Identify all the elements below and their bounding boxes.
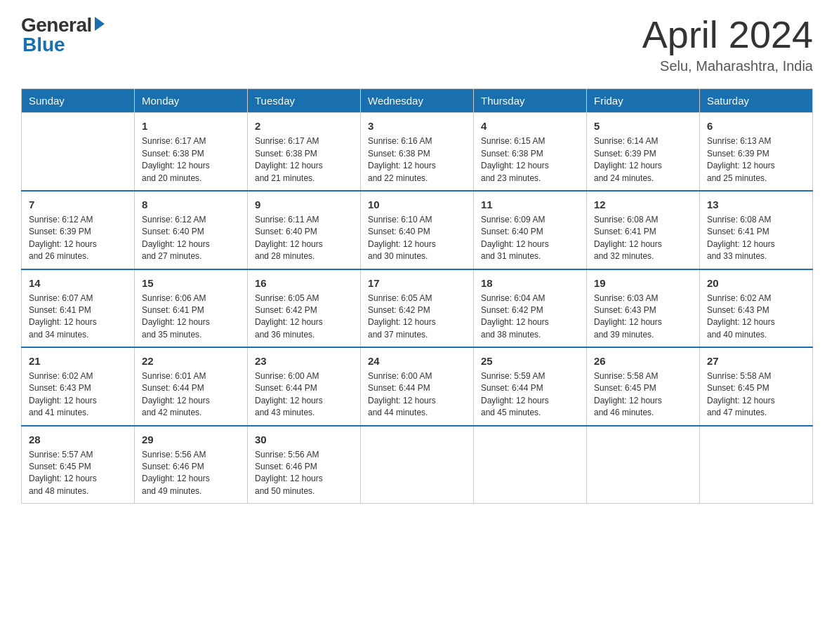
day-number: 29 [142, 432, 240, 447]
calendar-day-header: Tuesday [248, 89, 361, 113]
day-number: 25 [481, 354, 579, 368]
calendar-day-cell: 15Sunrise: 6:06 AM Sunset: 6:41 PM Dayli… [135, 269, 248, 348]
day-info: Sunrise: 6:17 AM Sunset: 6:38 PM Dayligh… [255, 135, 353, 185]
day-info: Sunrise: 5:58 AM Sunset: 6:45 PM Dayligh… [707, 370, 805, 420]
day-info: Sunrise: 6:08 AM Sunset: 6:41 PM Dayligh… [707, 214, 805, 263]
calendar-day-cell: 18Sunrise: 6:04 AM Sunset: 6:42 PM Dayli… [474, 269, 587, 348]
day-info: Sunrise: 6:06 AM Sunset: 6:41 PM Dayligh… [142, 293, 240, 342]
calendar-week-row: 28Sunrise: 5:57 AM Sunset: 6:45 PM Dayli… [22, 426, 813, 504]
day-number: 8 [142, 197, 240, 212]
title-section: April 2024 Selu, Maharashtra, India [642, 14, 813, 74]
day-info: Sunrise: 6:16 AM Sunset: 6:38 PM Dayligh… [368, 135, 466, 185]
day-number: 28 [29, 432, 127, 447]
day-number: 5 [594, 119, 692, 133]
day-info: Sunrise: 6:00 AM Sunset: 6:44 PM Dayligh… [368, 370, 466, 420]
day-number: 12 [594, 197, 692, 212]
calendar-day-cell: 2Sunrise: 6:17 AM Sunset: 6:38 PM Daylig… [248, 113, 361, 191]
calendar-day-cell: 11Sunrise: 6:09 AM Sunset: 6:40 PM Dayli… [474, 191, 587, 269]
calendar-day-cell: 10Sunrise: 6:10 AM Sunset: 6:40 PM Dayli… [361, 191, 474, 269]
day-number: 16 [255, 276, 353, 290]
day-number: 14 [29, 276, 127, 290]
calendar-day-cell: 4Sunrise: 6:15 AM Sunset: 6:38 PM Daylig… [474, 113, 587, 191]
calendar-day-cell: 19Sunrise: 6:03 AM Sunset: 6:43 PM Dayli… [587, 269, 700, 348]
day-number: 30 [255, 432, 353, 447]
day-number: 2 [255, 119, 353, 133]
calendar-day-cell: 27Sunrise: 5:58 AM Sunset: 6:45 PM Dayli… [700, 347, 813, 426]
calendar-day-cell: 29Sunrise: 5:56 AM Sunset: 6:46 PM Dayli… [135, 426, 248, 504]
calendar-week-row: 1Sunrise: 6:17 AM Sunset: 6:38 PM Daylig… [22, 113, 813, 191]
month-title: April 2024 [642, 14, 813, 55]
day-number: 21 [29, 354, 127, 368]
calendar-day-cell: 6Sunrise: 6:13 AM Sunset: 6:39 PM Daylig… [700, 113, 813, 191]
day-info: Sunrise: 6:10 AM Sunset: 6:40 PM Dayligh… [368, 214, 466, 263]
day-number: 15 [142, 276, 240, 290]
calendar-day-cell [22, 113, 135, 191]
calendar-week-row: 21Sunrise: 6:02 AM Sunset: 6:43 PM Dayli… [22, 347, 813, 426]
day-number: 3 [368, 119, 466, 133]
calendar-day-cell: 30Sunrise: 5:56 AM Sunset: 6:46 PM Dayli… [248, 426, 361, 504]
day-info: Sunrise: 5:56 AM Sunset: 6:46 PM Dayligh… [142, 449, 240, 498]
day-number: 26 [594, 354, 692, 368]
calendar-day-cell: 12Sunrise: 6:08 AM Sunset: 6:41 PM Dayli… [587, 191, 700, 269]
calendar-day-cell: 26Sunrise: 5:58 AM Sunset: 6:45 PM Dayli… [587, 347, 700, 426]
day-number: 10 [368, 197, 466, 212]
calendar-week-row: 14Sunrise: 6:07 AM Sunset: 6:41 PM Dayli… [22, 269, 813, 348]
day-number: 18 [481, 276, 579, 290]
calendar-day-header: Monday [135, 89, 248, 113]
day-number: 27 [707, 354, 805, 368]
calendar-day-cell [361, 426, 474, 504]
day-number: 9 [255, 197, 353, 212]
logo-blue-text: Blue [21, 34, 65, 56]
day-info: Sunrise: 6:08 AM Sunset: 6:41 PM Dayligh… [594, 214, 692, 263]
calendar-day-header: Sunday [22, 89, 135, 113]
day-number: 7 [29, 197, 127, 212]
day-number: 11 [481, 197, 579, 212]
calendar-day-header: Thursday [474, 89, 587, 113]
day-number: 24 [368, 354, 466, 368]
calendar-day-cell: 1Sunrise: 6:17 AM Sunset: 6:38 PM Daylig… [135, 113, 248, 191]
day-info: Sunrise: 6:14 AM Sunset: 6:39 PM Dayligh… [594, 135, 692, 185]
day-info: Sunrise: 6:05 AM Sunset: 6:42 PM Dayligh… [255, 293, 353, 342]
calendar-day-cell: 8Sunrise: 6:12 AM Sunset: 6:40 PM Daylig… [135, 191, 248, 269]
calendar-day-cell: 13Sunrise: 6:08 AM Sunset: 6:41 PM Dayli… [700, 191, 813, 269]
day-info: Sunrise: 5:57 AM Sunset: 6:45 PM Dayligh… [29, 449, 127, 498]
day-number: 6 [707, 119, 805, 133]
day-info: Sunrise: 6:07 AM Sunset: 6:41 PM Dayligh… [29, 293, 127, 342]
calendar-day-cell: 21Sunrise: 6:02 AM Sunset: 6:43 PM Dayli… [22, 347, 135, 426]
day-number: 19 [594, 276, 692, 290]
day-number: 22 [142, 354, 240, 368]
day-info: Sunrise: 6:05 AM Sunset: 6:42 PM Dayligh… [368, 293, 466, 342]
calendar-week-row: 7Sunrise: 6:12 AM Sunset: 6:39 PM Daylig… [22, 191, 813, 269]
calendar-day-cell: 20Sunrise: 6:02 AM Sunset: 6:43 PM Dayli… [700, 269, 813, 348]
day-info: Sunrise: 5:56 AM Sunset: 6:46 PM Dayligh… [255, 449, 353, 498]
calendar-day-cell: 25Sunrise: 5:59 AM Sunset: 6:44 PM Dayli… [474, 347, 587, 426]
location-text: Selu, Maharashtra, India [642, 58, 813, 74]
day-info: Sunrise: 6:02 AM Sunset: 6:43 PM Dayligh… [707, 293, 805, 342]
day-info: Sunrise: 6:03 AM Sunset: 6:43 PM Dayligh… [594, 293, 692, 342]
day-info: Sunrise: 6:13 AM Sunset: 6:39 PM Dayligh… [707, 135, 805, 185]
day-info: Sunrise: 6:11 AM Sunset: 6:40 PM Dayligh… [255, 214, 353, 263]
day-info: Sunrise: 6:02 AM Sunset: 6:43 PM Dayligh… [29, 370, 127, 420]
day-number: 13 [707, 197, 805, 212]
day-number: 1 [142, 119, 240, 133]
day-number: 23 [255, 354, 353, 368]
logo: General Blue [21, 14, 105, 56]
day-info: Sunrise: 5:58 AM Sunset: 6:45 PM Dayligh… [594, 370, 692, 420]
day-number: 17 [368, 276, 466, 290]
page-header: General Blue April 2024 Selu, Maharashtr… [21, 14, 813, 74]
day-number: 20 [707, 276, 805, 290]
calendar-day-cell [587, 426, 700, 504]
day-info: Sunrise: 6:15 AM Sunset: 6:38 PM Dayligh… [481, 135, 579, 185]
calendar-day-header: Friday [587, 89, 700, 113]
calendar-day-cell [700, 426, 813, 504]
calendar-day-cell: 7Sunrise: 6:12 AM Sunset: 6:39 PM Daylig… [22, 191, 135, 269]
calendar-day-cell: 24Sunrise: 6:00 AM Sunset: 6:44 PM Dayli… [361, 347, 474, 426]
calendar-day-cell: 3Sunrise: 6:16 AM Sunset: 6:38 PM Daylig… [361, 113, 474, 191]
calendar-day-cell: 28Sunrise: 5:57 AM Sunset: 6:45 PM Dayli… [22, 426, 135, 504]
logo-arrow-icon [95, 17, 105, 31]
calendar-header-row: SundayMondayTuesdayWednesdayThursdayFrid… [22, 89, 813, 113]
day-info: Sunrise: 6:12 AM Sunset: 6:39 PM Dayligh… [29, 214, 127, 263]
day-info: Sunrise: 5:59 AM Sunset: 6:44 PM Dayligh… [481, 370, 579, 420]
calendar-day-cell: 9Sunrise: 6:11 AM Sunset: 6:40 PM Daylig… [248, 191, 361, 269]
calendar-day-cell: 23Sunrise: 6:00 AM Sunset: 6:44 PM Dayli… [248, 347, 361, 426]
